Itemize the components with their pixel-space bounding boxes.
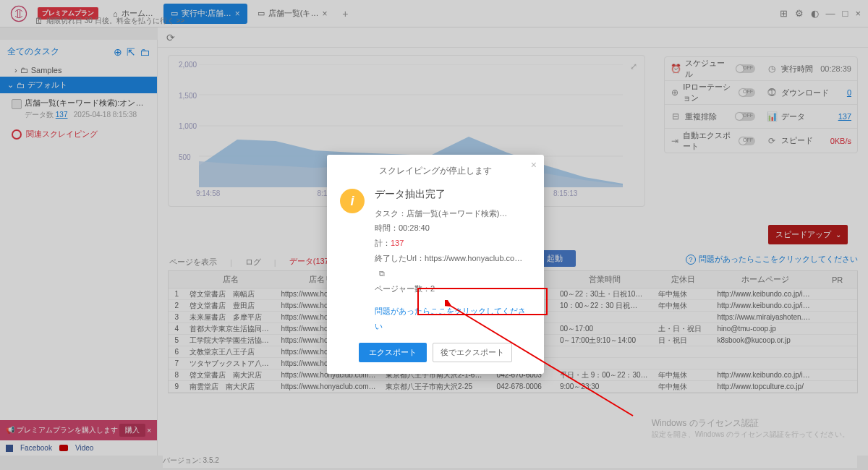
export-later-button[interactable]: 後でエクスポート (433, 343, 512, 362)
modal-title: スクレイピングが停止します (340, 165, 531, 177)
external-link-icon[interactable]: ⧉ (379, 266, 385, 281)
export-modal: スクレイピングが停止します × i データ抽出完了 タスク：店舗一覧(キーワード… (327, 155, 544, 374)
modal-close-icon[interactable]: × (531, 159, 537, 171)
export-button[interactable]: エクスポート (359, 343, 427, 362)
modal-heading: データ抽出完了 (375, 184, 531, 204)
modal-help-link[interactable]: 問題があったらここをクリックしてください (375, 307, 526, 330)
info-icon: i (340, 189, 365, 213)
